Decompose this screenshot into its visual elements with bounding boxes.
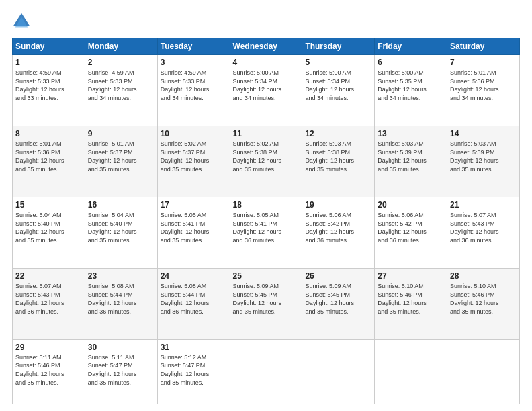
header: [12, 12, 520, 31]
day-number: 9: [88, 129, 154, 138]
calendar-cell: 31Sunrise: 5:12 AM Sunset: 5:47 PM Dayli…: [157, 339, 230, 404]
logo-icon: [12, 12, 31, 31]
calendar-cell: 29Sunrise: 5:11 AM Sunset: 5:46 PM Dayli…: [13, 339, 85, 404]
day-number: 19: [305, 200, 371, 210]
calendar-header-wednesday: Wednesday: [230, 38, 302, 55]
day-info: Sunrise: 5:08 AM Sunset: 5:44 PM Dayligh…: [88, 282, 154, 316]
calendar-cell: 24Sunrise: 5:08 AM Sunset: 5:44 PM Dayli…: [157, 268, 230, 339]
page: SundayMondayTuesdayWednesdayThursdayFrid…: [0, 0, 532, 411]
day-info: Sunrise: 5:11 AM Sunset: 5:47 PM Dayligh…: [88, 353, 154, 387]
calendar-header-tuesday: Tuesday: [157, 38, 230, 55]
day-info: Sunrise: 5:01 AM Sunset: 5:37 PM Dayligh…: [88, 140, 154, 173]
day-number: 31: [161, 342, 227, 352]
calendar-cell: 14Sunrise: 5:03 AM Sunset: 5:39 PM Dayli…: [447, 126, 520, 197]
day-number: 18: [233, 200, 300, 210]
day-number: 6: [378, 58, 444, 67]
day-number: 22: [15, 271, 82, 281]
calendar-cell: 19Sunrise: 5:06 AM Sunset: 5:42 PM Dayli…: [302, 197, 375, 268]
day-number: 21: [450, 200, 517, 210]
day-info: Sunrise: 5:07 AM Sunset: 5:43 PM Dayligh…: [450, 211, 517, 244]
calendar-cell: 18Sunrise: 5:05 AM Sunset: 5:41 PM Dayli…: [230, 197, 302, 268]
calendar-cell: 8Sunrise: 5:01 AM Sunset: 5:36 PM Daylig…: [13, 126, 85, 197]
calendar-header-monday: Monday: [85, 38, 157, 55]
calendar-cell: 10Sunrise: 5:02 AM Sunset: 5:37 PM Dayli…: [157, 126, 230, 197]
day-info: Sunrise: 5:09 AM Sunset: 5:45 PM Dayligh…: [233, 282, 300, 316]
day-info: Sunrise: 5:04 AM Sunset: 5:40 PM Dayligh…: [88, 211, 154, 244]
calendar-cell: 27Sunrise: 5:10 AM Sunset: 5:46 PM Dayli…: [375, 268, 447, 339]
day-number: 1: [15, 58, 82, 67]
day-number: 30: [88, 342, 154, 352]
day-info: Sunrise: 5:03 AM Sunset: 5:39 PM Dayligh…: [378, 140, 444, 173]
day-info: Sunrise: 5:12 AM Sunset: 5:47 PM Dayligh…: [161, 353, 227, 387]
day-info: Sunrise: 5:02 AM Sunset: 5:37 PM Dayligh…: [161, 140, 227, 173]
calendar-cell: [375, 339, 447, 404]
calendar-cell: [302, 339, 375, 404]
day-number: 24: [161, 271, 227, 281]
day-info: Sunrise: 5:03 AM Sunset: 5:38 PM Dayligh…: [305, 140, 371, 173]
calendar-cell: 12Sunrise: 5:03 AM Sunset: 5:38 PM Dayli…: [302, 126, 375, 197]
calendar-cell: [230, 339, 302, 404]
day-number: 16: [88, 200, 154, 210]
day-info: Sunrise: 5:06 AM Sunset: 5:42 PM Dayligh…: [305, 211, 371, 244]
day-number: 17: [161, 200, 227, 210]
day-number: 3: [161, 58, 227, 67]
day-info: Sunrise: 5:03 AM Sunset: 5:39 PM Dayligh…: [450, 140, 517, 173]
day-info: Sunrise: 5:07 AM Sunset: 5:43 PM Dayligh…: [15, 282, 82, 316]
day-info: Sunrise: 4:59 AM Sunset: 5:33 PM Dayligh…: [161, 68, 227, 102]
day-info: Sunrise: 5:04 AM Sunset: 5:40 PM Dayligh…: [15, 211, 82, 244]
day-info: Sunrise: 5:00 AM Sunset: 5:35 PM Dayligh…: [378, 68, 444, 102]
calendar-cell: 20Sunrise: 5:06 AM Sunset: 5:42 PM Dayli…: [375, 197, 447, 268]
day-number: 15: [15, 200, 82, 210]
calendar-cell: 15Sunrise: 5:04 AM Sunset: 5:40 PM Dayli…: [13, 197, 85, 268]
calendar-cell: 9Sunrise: 5:01 AM Sunset: 5:37 PM Daylig…: [85, 126, 157, 197]
calendar-cell: 17Sunrise: 5:05 AM Sunset: 5:41 PM Dayli…: [157, 197, 230, 268]
day-info: Sunrise: 5:10 AM Sunset: 5:46 PM Dayligh…: [450, 282, 517, 316]
day-number: 10: [161, 129, 227, 138]
day-number: 26: [305, 271, 371, 281]
calendar-cell: 23Sunrise: 5:08 AM Sunset: 5:44 PM Dayli…: [85, 268, 157, 339]
calendar-cell: 2Sunrise: 4:59 AM Sunset: 5:33 PM Daylig…: [85, 55, 157, 126]
calendar-cell: 5Sunrise: 5:00 AM Sunset: 5:34 PM Daylig…: [302, 55, 375, 126]
calendar-table: SundayMondayTuesdayWednesdayThursdayFrid…: [12, 38, 520, 404]
day-info: Sunrise: 5:10 AM Sunset: 5:46 PM Dayligh…: [378, 282, 444, 316]
calendar-cell: 13Sunrise: 5:03 AM Sunset: 5:39 PM Dayli…: [375, 126, 447, 197]
calendar-cell: 30Sunrise: 5:11 AM Sunset: 5:47 PM Dayli…: [85, 339, 157, 404]
day-number: 25: [233, 271, 300, 281]
day-number: 13: [378, 129, 444, 138]
calendar-cell: 11Sunrise: 5:02 AM Sunset: 5:38 PM Dayli…: [230, 126, 302, 197]
day-number: 12: [305, 129, 371, 138]
calendar-cell: 26Sunrise: 5:09 AM Sunset: 5:45 PM Dayli…: [302, 268, 375, 339]
day-number: 27: [378, 271, 444, 281]
day-info: Sunrise: 5:01 AM Sunset: 5:36 PM Dayligh…: [450, 68, 517, 102]
day-number: 28: [450, 271, 517, 281]
calendar-cell: 1Sunrise: 4:59 AM Sunset: 5:33 PM Daylig…: [13, 55, 85, 126]
day-number: 5: [305, 58, 371, 67]
day-info: Sunrise: 5:11 AM Sunset: 5:46 PM Dayligh…: [15, 353, 82, 387]
day-number: 2: [88, 58, 154, 67]
day-info: Sunrise: 5:02 AM Sunset: 5:38 PM Dayligh…: [233, 140, 300, 173]
day-number: 7: [450, 58, 517, 67]
calendar-cell: 25Sunrise: 5:09 AM Sunset: 5:45 PM Dayli…: [230, 268, 302, 339]
calendar-header-row: SundayMondayTuesdayWednesdayThursdayFrid…: [13, 38, 520, 55]
calendar-cell: 3Sunrise: 4:59 AM Sunset: 5:33 PM Daylig…: [157, 55, 230, 126]
day-info: Sunrise: 5:05 AM Sunset: 5:41 PM Dayligh…: [233, 211, 300, 244]
day-info: Sunrise: 5:06 AM Sunset: 5:42 PM Dayligh…: [378, 211, 444, 244]
day-info: Sunrise: 5:00 AM Sunset: 5:34 PM Dayligh…: [305, 68, 371, 102]
day-number: 14: [450, 129, 517, 138]
calendar-header-thursday: Thursday: [302, 38, 375, 55]
calendar-cell: [447, 339, 520, 404]
day-info: Sunrise: 5:05 AM Sunset: 5:41 PM Dayligh…: [161, 211, 227, 244]
calendar-cell: 4Sunrise: 5:00 AM Sunset: 5:34 PM Daylig…: [230, 55, 302, 126]
day-info: Sunrise: 5:00 AM Sunset: 5:34 PM Dayligh…: [233, 68, 300, 102]
day-info: Sunrise: 5:09 AM Sunset: 5:45 PM Dayligh…: [305, 282, 371, 316]
calendar-cell: 22Sunrise: 5:07 AM Sunset: 5:43 PM Dayli…: [13, 268, 85, 339]
calendar-cell: 21Sunrise: 5:07 AM Sunset: 5:43 PM Dayli…: [447, 197, 520, 268]
calendar-header-friday: Friday: [375, 38, 447, 55]
logo: [12, 12, 34, 31]
day-info: Sunrise: 4:59 AM Sunset: 5:33 PM Dayligh…: [15, 68, 82, 102]
day-info: Sunrise: 5:08 AM Sunset: 5:44 PM Dayligh…: [161, 282, 227, 316]
calendar-cell: 7Sunrise: 5:01 AM Sunset: 5:36 PM Daylig…: [447, 55, 520, 126]
calendar-header-sunday: Sunday: [13, 38, 85, 55]
day-number: 20: [378, 200, 444, 210]
day-number: 29: [15, 342, 82, 352]
